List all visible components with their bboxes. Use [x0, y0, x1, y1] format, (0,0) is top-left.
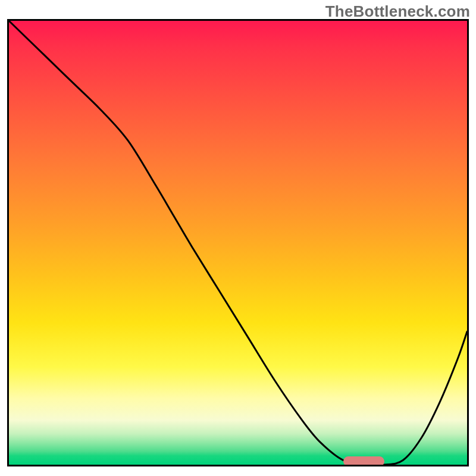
- bottleneck-curve-path: [9, 21, 467, 465]
- plot-area: [7, 19, 469, 466]
- watermark-text: TheBottleneck.com: [325, 2, 470, 21]
- chart-frame: TheBottleneck.com: [0, 0, 476, 476]
- curve-svg: [9, 21, 467, 465]
- optimal-range-marker: [343, 456, 384, 466]
